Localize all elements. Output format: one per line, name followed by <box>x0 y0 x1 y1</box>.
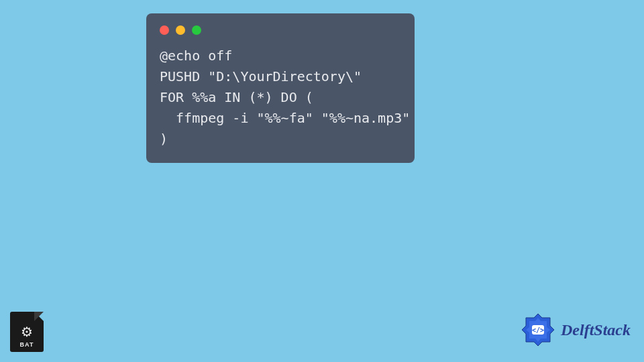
delftstack-logo: </> DelftStack <box>519 311 631 349</box>
code-line: PUSHD "D:\YourDirectory\" <box>160 68 362 84</box>
svg-text:</>: </> <box>532 326 544 334</box>
maximize-icon <box>192 25 201 35</box>
code-window: @echo off PUSHD "D:\YourDirectory\" FOR … <box>146 13 415 163</box>
code-line: FOR %%a IN (*) DO ( <box>160 89 313 105</box>
close-icon <box>160 25 169 35</box>
minimize-icon <box>176 25 185 35</box>
code-line: @echo off <box>160 48 232 64</box>
window-controls <box>160 25 401 35</box>
code-line: ffmpeg -i "%%~fa" "%%~na.mp3" <box>160 110 410 126</box>
gear-icon: ⚙ <box>21 324 33 340</box>
logo-mark-icon: </> <box>519 311 557 349</box>
code-line: ) <box>160 131 168 147</box>
code-block: @echo off PUSHD "D:\YourDirectory\" FOR … <box>160 46 401 149</box>
bat-file-label: BAT <box>20 341 34 348</box>
logo-text: DelftStack <box>561 321 631 339</box>
bat-file-icon: ⚙ BAT <box>10 312 44 352</box>
